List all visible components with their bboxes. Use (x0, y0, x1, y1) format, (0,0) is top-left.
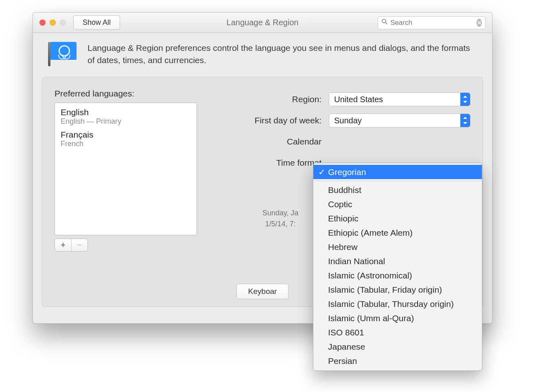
menu-item-label: Buddhist (328, 185, 361, 195)
menu-item-label: Coptic (328, 199, 352, 209)
calendar-menu-item[interactable]: Ethiopic (313, 211, 482, 226)
svg-line-1 (385, 22, 387, 24)
menu-item-label: Japanese (328, 342, 365, 352)
close-window-icon[interactable] (39, 20, 46, 26)
settings-column: Region: United States First day of week:… (203, 89, 470, 173)
remove-language-button[interactable]: − (71, 239, 88, 251)
language-item[interactable]: English English — Primary (55, 105, 197, 128)
show-all-button[interactable]: Show All (73, 15, 120, 30)
first-day-value: Sunday (334, 116, 362, 125)
titlebar: Show All Language & Region ✕ (33, 13, 492, 33)
menu-item-label: Indian National (328, 256, 385, 266)
calendar-menu-item[interactable]: Islamic (Astronomical) (313, 268, 482, 283)
language-subtitle: French (61, 140, 191, 148)
calendar-menu-item[interactable]: Hebrew (313, 240, 482, 254)
time-format-label: Time format (203, 158, 329, 168)
language-list[interactable]: English English — Primary Français Frenc… (55, 103, 197, 235)
first-day-popup[interactable]: Sunday (329, 114, 470, 127)
calendar-menu-item[interactable]: Islamic (Tabular, Friday origin) (313, 283, 482, 297)
language-name: Français (61, 130, 191, 140)
menu-item-label: Islamic (Tabular, Friday origin) (328, 285, 442, 295)
minimize-window-icon[interactable] (50, 20, 56, 26)
first-day-label: First day of week: (203, 116, 329, 125)
menu-item-label: Hebrew (328, 242, 357, 252)
header-description: Language & Region preferences control th… (33, 33, 492, 73)
menu-item-label: ISO 8601 (328, 328, 364, 337)
region-value: United States (334, 95, 383, 104)
search-input[interactable] (390, 19, 477, 27)
language-item[interactable]: Français French (55, 128, 197, 150)
search-icon (381, 18, 388, 27)
calendar-row: Calendar (203, 131, 470, 152)
calendar-menu-item-selected[interactable]: ✓ Gregorian (313, 165, 482, 179)
region-label: Region: (203, 94, 329, 104)
language-name: English (61, 107, 191, 117)
calendar-label: Calendar (203, 137, 329, 147)
menu-item-label: Gregorian (328, 167, 366, 177)
menu-item-label: Islamic (Tabular, Thursday origin) (328, 299, 454, 309)
preview-line-2: 1/5/14, 7: (265, 220, 295, 228)
popup-arrows-icon (460, 93, 470, 106)
calendar-menu-item[interactable]: ISO 8601 (313, 325, 482, 339)
menu-item-label: Islamic (Umm al-Qura) (328, 313, 414, 323)
region-flag-icon (47, 42, 79, 69)
calendar-menu-item[interactable]: Islamic (Tabular, Thursday origin) (313, 297, 482, 311)
calendar-menu-item[interactable]: Japanese (313, 339, 482, 354)
region-row: Region: United States (203, 89, 470, 110)
calendar-menu-item[interactable]: Islamic (Umm al-Qura) (313, 311, 482, 325)
menu-item-label: Ethiopic (Amete Alem) (328, 228, 413, 238)
add-remove-buttons: + − (55, 239, 88, 252)
clear-search-icon[interactable]: ✕ (477, 19, 482, 27)
menu-item-label: Ethiopic (328, 214, 359, 223)
language-subtitle: English — Primary (61, 117, 191, 126)
keyboard-preferences-button[interactable]: Keyboar (236, 284, 289, 299)
add-language-button[interactable]: + (55, 239, 71, 251)
menu-item-label: Persian (328, 356, 357, 366)
calendar-menu-item[interactable]: Ethiopic (Amete Alem) (313, 226, 482, 240)
popup-arrows-icon (460, 114, 470, 127)
first-day-row: First day of week: Sunday (203, 110, 470, 131)
menu-separator (313, 181, 482, 181)
calendar-menu-item[interactable]: Indian National (313, 254, 482, 268)
calendar-menu-item[interactable]: Coptic (313, 197, 482, 211)
region-popup[interactable]: United States (329, 92, 470, 106)
menu-item-label: Islamic (Astronomical) (328, 271, 412, 280)
calendar-menu-item[interactable]: Buddhist (313, 183, 482, 197)
check-icon: ✓ (318, 167, 328, 177)
calendar-menu[interactable]: ✓ Gregorian Buddhist Coptic Ethiopic Eth… (313, 163, 482, 371)
preview-line-1: Sunday, Ja (263, 209, 299, 217)
calendar-menu-item[interactable]: Persian (313, 354, 482, 368)
zoom-window-icon (60, 20, 66, 26)
description-text: Language & Region preferences control th… (88, 42, 478, 67)
search-field[interactable]: ✕ (378, 16, 486, 29)
window-controls (39, 20, 66, 26)
